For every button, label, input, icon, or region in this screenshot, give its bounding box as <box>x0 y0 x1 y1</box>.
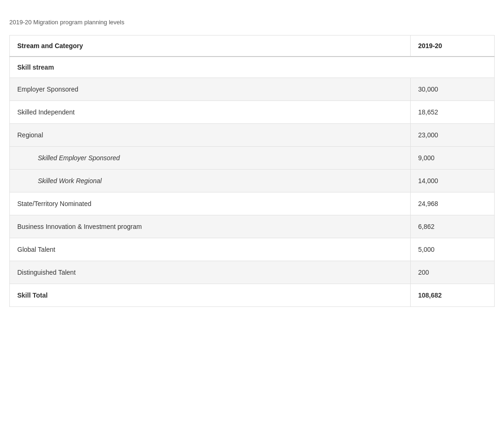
table-row: Skill Total108,682 <box>10 284 495 307</box>
section-header-label: Skill stream <box>10 57 495 78</box>
row-label: Business Innovation & Investment program <box>10 215 411 238</box>
row-value: 30,000 <box>411 78 495 101</box>
row-value: 24,968 <box>411 192 495 215</box>
row-value: 18,652 <box>411 101 495 124</box>
table-row: Regional23,000 <box>10 124 495 147</box>
table-row: Employer Sponsored30,000 <box>10 78 495 101</box>
table-row: State/Territory Nominated24,968 <box>10 192 495 215</box>
row-label: State/Territory Nominated <box>10 192 411 215</box>
row-value: 23,000 <box>411 124 495 147</box>
row-value: 5,000 <box>411 238 495 261</box>
col-year: 2019-20 <box>411 36 495 57</box>
row-label: Skilled Independent <box>10 101 411 124</box>
table-row: Global Talent5,000 <box>10 238 495 261</box>
total-value: 108,682 <box>411 284 495 307</box>
table-row: Skilled Work Regional14,000 <box>10 170 495 192</box>
col-stream-category: Stream and Category <box>10 36 411 57</box>
table-row: Skilled Independent18,652 <box>10 101 495 124</box>
row-label: Employer Sponsored <box>10 78 411 101</box>
row-value: 6,862 <box>411 215 495 238</box>
row-label: Regional <box>10 124 411 147</box>
total-label: Skill Total <box>10 284 411 307</box>
row-label: Skilled Employer Sponsored <box>10 147 411 170</box>
table-row: Skill stream <box>10 57 495 78</box>
row-label: Distinguished Talent <box>10 261 411 284</box>
row-value: 9,000 <box>411 147 495 170</box>
page-container: 2019-20 Migration program planning level… <box>9 19 495 307</box>
row-value: 200 <box>411 261 495 284</box>
row-label: Skilled Work Regional <box>10 170 411 192</box>
table-row: Skilled Employer Sponsored9,000 <box>10 147 495 170</box>
page-subtitle: 2019-20 Migration program planning level… <box>9 19 495 26</box>
row-value: 14,000 <box>411 170 495 192</box>
table-row: Business Innovation & Investment program… <box>10 215 495 238</box>
migration-table: Stream and Category 2019-20 Skill stream… <box>9 35 495 307</box>
row-label: Global Talent <box>10 238 411 261</box>
table-header-row: Stream and Category 2019-20 <box>10 36 495 57</box>
table-row: Distinguished Talent200 <box>10 261 495 284</box>
